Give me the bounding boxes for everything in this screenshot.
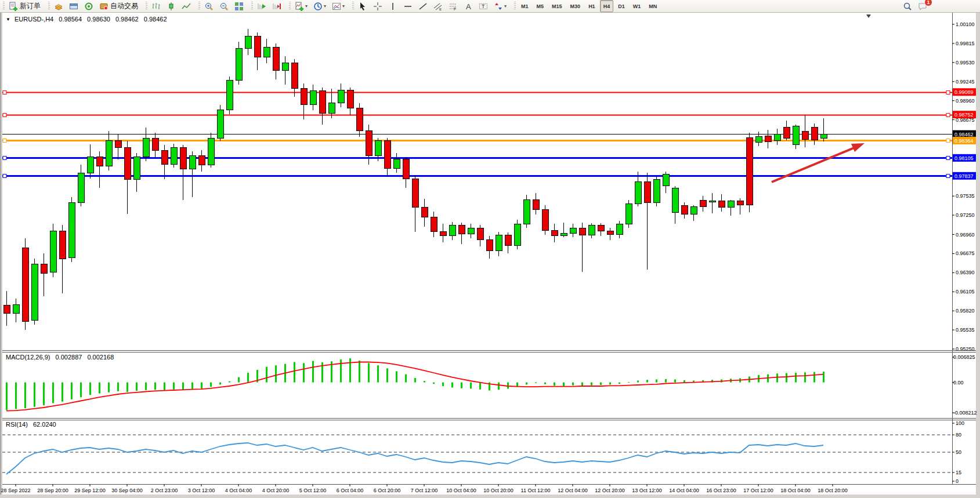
svg-text:0.97837: 0.97837 [954, 173, 974, 179]
autotrading-button[interactable]: 自动交易 [97, 0, 140, 12]
macd-value-main: 0.002887 [55, 354, 82, 361]
svg-text:6 Oct 20:00: 6 Oct 20:00 [374, 488, 401, 493]
timeframe-m1-button[interactable]: M1 [518, 0, 532, 12]
svg-text:10 Oct 20:00: 10 Oct 20:00 [483, 488, 513, 493]
zoom-in-button[interactable] [202, 0, 216, 12]
timeframe-h4-button[interactable]: H4 [600, 0, 614, 12]
svg-text:12 Oct 04:00: 12 Oct 04:00 [558, 488, 588, 493]
line-chart-icon [182, 2, 191, 11]
fibonacci-button[interactable]: F [446, 0, 460, 12]
chevron-down-icon[interactable]: ▾ [342, 3, 345, 9]
one-click-trading-icon[interactable]: ▼ [6, 17, 10, 22]
chevron-down-icon[interactable]: ▾ [504, 3, 507, 9]
market-watch-button[interactable] [52, 0, 66, 12]
rsi-value: 62.0240 [33, 421, 56, 428]
timeframe-m5-button[interactable]: M5 [533, 0, 548, 12]
trendline-button[interactable] [416, 0, 430, 12]
signal-button[interactable] [82, 0, 96, 12]
template-button[interactable]: ▾ [330, 0, 347, 12]
svg-text:0.96390: 0.96390 [956, 270, 975, 275]
signal-icon [84, 2, 93, 11]
label-button[interactable]: T [476, 0, 490, 12]
svg-text:0.98105: 0.98105 [954, 155, 974, 161]
timeframe-m15-button[interactable]: M15 [548, 0, 566, 12]
line-handle [3, 91, 6, 94]
text-button[interactable]: A [461, 0, 475, 12]
line-handle [3, 139, 6, 143]
timeframe-d1-button[interactable]: D1 [614, 0, 628, 12]
toolbar-gripper [48, 2, 50, 10]
crosshair-button[interactable] [371, 0, 385, 12]
channel-icon: E [433, 2, 443, 11]
new-order-button[interactable]: 新订单 [6, 0, 43, 12]
navigator-icon [69, 2, 78, 11]
chart-shift-button[interactable] [270, 0, 284, 12]
rsi-name: RSI(14) [6, 421, 28, 428]
ohlc-close: 0.98462 [144, 16, 167, 23]
tile-windows-icon [234, 2, 244, 11]
toolbar-gripper [3, 2, 5, 10]
period-button[interactable]: ▾ [311, 0, 328, 12]
svg-text:12 Oct 20:00: 12 Oct 20:00 [595, 488, 625, 493]
chart-title: ▼ EURUSD-,H4 0.98564 0.98630 0.98462 0.9… [6, 16, 167, 23]
chevron-down-icon[interactable]: ▾ [324, 3, 326, 9]
auto-scroll-button[interactable] [255, 0, 269, 12]
toolbar-gripper [352, 2, 354, 10]
svg-text:0.97535: 0.97535 [956, 193, 975, 199]
navigator-button[interactable] [67, 0, 81, 12]
cursor-button[interactable] [356, 0, 370, 12]
toolbar-right: 1 [900, 0, 930, 12]
toolbar-group: ▾▾▾ [286, 0, 349, 12]
svg-text:0.96960: 0.96960 [956, 232, 975, 238]
svg-text:0.99245: 0.99245 [956, 79, 975, 85]
button-label: 新订单 [20, 1, 41, 11]
toolbar-gripper [198, 2, 200, 10]
svg-text:0.95535: 0.95535 [956, 327, 975, 333]
svg-text:0.98752: 0.98752 [954, 112, 974, 118]
cursor-icon [358, 2, 367, 11]
horizontal-line-button[interactable] [401, 0, 415, 12]
chart-canvas[interactable]: 1.001000.998150.995300.992450.989600.986… [0, 0, 980, 498]
chevron-down-icon[interactable]: ▾ [305, 3, 308, 9]
svg-text:7 Oct 12:00: 7 Oct 12:00 [411, 488, 438, 493]
indicators-button[interactable]: ▾ [292, 0, 310, 12]
tile-windows-button[interactable] [232, 0, 246, 12]
zoom-out-button[interactable] [217, 0, 231, 12]
channel-button[interactable]: E [431, 0, 445, 12]
svg-text:0.99530: 0.99530 [956, 60, 975, 66]
horizontal-line-icon [403, 2, 413, 11]
svg-text:18 Oct 20:00: 18 Oct 20:00 [818, 488, 848, 493]
bar-chart-button[interactable] [149, 0, 163, 12]
svg-text:0.95820: 0.95820 [956, 308, 975, 314]
search-button[interactable] [901, 0, 914, 12]
svg-text:18 Oct 04:00: 18 Oct 04:00 [780, 488, 811, 493]
svg-text:A: A [466, 2, 471, 11]
vertical-line-button[interactable] [386, 0, 400, 12]
timeframe-m30-button[interactable]: M30 [567, 0, 584, 12]
timeframe-h1-button[interactable]: H1 [585, 0, 599, 12]
notification-button[interactable]: 1 [916, 0, 930, 12]
ohlc-high: 0.98630 [87, 16, 110, 23]
svg-text:0.98364: 0.98364 [954, 138, 974, 144]
ohlc-open: 0.98564 [59, 16, 82, 23]
line-chart-button[interactable] [179, 0, 193, 12]
auto-scroll-icon [257, 2, 266, 11]
svg-text:0.99089: 0.99089 [954, 89, 974, 95]
toolbar-group: 新订单 [0, 0, 45, 12]
line-handle [946, 139, 950, 143]
svg-text:4 Oct 04:00: 4 Oct 04:00 [225, 488, 252, 493]
timeframe-mn-button[interactable]: MN [645, 0, 660, 12]
svg-text:3 Oct 12:00: 3 Oct 12:00 [188, 488, 215, 493]
svg-text:13 Oct 12:00: 13 Oct 12:00 [632, 488, 662, 493]
svg-text:E: E [439, 8, 442, 11]
toolbar-gripper [289, 2, 291, 10]
trendline-icon [418, 2, 428, 11]
timeframe-w1-button[interactable]: W1 [630, 0, 645, 12]
toolbar: 新订单自动交易▾▾▾EFAT▾M1M5M15M30H1H4D1W1MN1 [0, 0, 980, 13]
ohlc-low: 0.98462 [115, 16, 139, 23]
svg-text:100: 100 [956, 420, 964, 426]
candlestick-button[interactable] [164, 0, 178, 12]
svg-text:0: 0 [956, 478, 959, 484]
arrows-button[interactable]: ▾ [491, 0, 509, 12]
text-icon: A [464, 2, 473, 11]
